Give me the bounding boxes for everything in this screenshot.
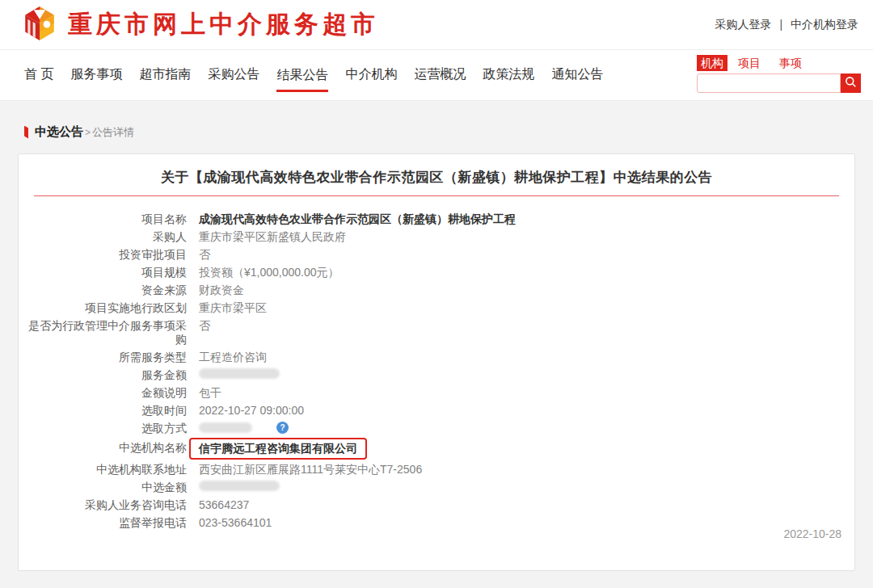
search-widget: 机构项目事项 bbox=[697, 57, 861, 93]
field-value: ? bbox=[199, 422, 289, 434]
breadcrumb-current: 公告详情 bbox=[92, 125, 134, 140]
breadcrumb-section[interactable]: 中选公告 bbox=[35, 124, 83, 140]
agency-login-link[interactable]: 中介机构登录 bbox=[791, 18, 858, 31]
search-tab-2[interactable]: 事项 bbox=[775, 55, 806, 71]
field-row: 采购人业务咨询电话53664237 bbox=[19, 496, 854, 514]
field-value-text: 2022-10-27 09:00:00 bbox=[199, 404, 304, 418]
field-label: 服务金额 bbox=[19, 368, 187, 382]
field-label: 项目实施地行政区划 bbox=[19, 301, 187, 315]
main-nav: 首 页服务事项超市指南采购公告结果公告中介机构运营概况政策法规通知公告 机构项目… bbox=[0, 50, 873, 101]
field-value-text: 否 bbox=[199, 319, 210, 333]
field-value-text: 否 bbox=[199, 248, 210, 262]
field-value bbox=[199, 368, 280, 379]
search-tab-0[interactable]: 机构 bbox=[697, 55, 728, 71]
field-value: 包干 bbox=[199, 386, 221, 400]
field-row: 中选机构名称信宇腾远工程咨询集团有限公司 bbox=[19, 437, 854, 460]
search-button[interactable] bbox=[841, 74, 861, 93]
field-value: 重庆市梁平区新盛镇人民政府 bbox=[199, 230, 346, 244]
field-value-text: 财政资金 bbox=[199, 284, 244, 297]
nav-item-0[interactable]: 首 页 bbox=[24, 66, 53, 85]
login-links: 采购人登录 | 中介机构登录 bbox=[715, 18, 858, 32]
field-value: 成渝现代高效特色农业带合作示范园区（新盛镇）耕地保护工程 bbox=[199, 212, 516, 226]
field-label: 采购人 bbox=[19, 230, 187, 244]
field-label: 资金来源 bbox=[19, 284, 187, 297]
nav-item-8[interactable]: 通知公告 bbox=[551, 66, 603, 85]
field-value-text: 西安曲江新区雁展路1111号莱安中心T7-2506 bbox=[199, 463, 422, 477]
redacted-value bbox=[199, 368, 280, 379]
field-label: 项目规模 bbox=[19, 266, 187, 279]
field-row: 监督举报电话023-53664101 bbox=[19, 514, 854, 531]
breadcrumb-tick-icon bbox=[24, 126, 28, 139]
help-icon[interactable]: ? bbox=[276, 422, 289, 434]
search-tab-1[interactable]: 项目 bbox=[734, 55, 765, 71]
field-row: 资金来源财政资金 bbox=[19, 281, 854, 299]
field-value: 工程造价咨询 bbox=[199, 351, 267, 364]
nav-item-3[interactable]: 采购公告 bbox=[208, 66, 259, 85]
announcement-title: 关于【成渝现代高效特色农业带合作示范园区（新盛镇）耕地保护工程】中选结果的公告 bbox=[19, 168, 854, 187]
field-row: 选取时间2022-10-27 09:00:00 bbox=[19, 401, 854, 419]
search-input[interactable] bbox=[697, 74, 841, 93]
field-value: 投资额（¥1,000,000.00元） bbox=[199, 266, 340, 279]
nav-item-7[interactable]: 政策法规 bbox=[483, 66, 534, 85]
publish-date: 2022-10-28 bbox=[783, 527, 841, 540]
field-value-text: 信宇腾远工程咨询集团有限公司 bbox=[199, 442, 357, 455]
field-label: 中选机构名称 bbox=[19, 441, 187, 455]
search-icon bbox=[845, 76, 857, 90]
announcement-fields: 项目名称成渝现代高效特色农业带合作示范园区（新盛镇）耕地保护工程采购人重庆市梁平… bbox=[19, 210, 854, 531]
field-label: 投资审批项目 bbox=[19, 248, 187, 262]
site-logo-icon[interactable] bbox=[23, 5, 57, 45]
login-divider: | bbox=[779, 18, 782, 31]
field-value-text: 成渝现代高效特色农业带合作示范园区（新盛镇）耕地保护工程 bbox=[199, 212, 516, 226]
field-value-text: 工程造价咨询 bbox=[199, 351, 267, 364]
field-row: 投资审批项目否 bbox=[19, 246, 854, 263]
field-label: 监督举报电话 bbox=[19, 516, 187, 530]
field-label: 金额说明 bbox=[19, 386, 187, 400]
field-label: 中选机构联系地址 bbox=[19, 463, 187, 477]
field-label: 采购人业务咨询电话 bbox=[19, 498, 187, 512]
field-row: 金额说明包干 bbox=[19, 384, 854, 401]
field-value-text: 023-53664101 bbox=[199, 516, 272, 530]
field-label: 中选金额 bbox=[19, 481, 187, 494]
field-row: 项目名称成渝现代高效特色农业带合作示范园区（新盛镇）耕地保护工程 bbox=[19, 210, 854, 228]
field-value-text: 重庆市梁平区 bbox=[199, 301, 267, 315]
field-label: 所需服务类型 bbox=[19, 351, 187, 364]
field-value: 西安曲江新区雁展路1111号莱安中心T7-2506 bbox=[199, 463, 422, 477]
field-value: 重庆市梁平区 bbox=[199, 301, 267, 315]
announcement-card: 关于【成渝现代高效特色农业带合作示范园区（新盛镇）耕地保护工程】中选结果的公告 … bbox=[18, 153, 855, 571]
field-value-text: 包干 bbox=[199, 386, 221, 400]
field-value: 否 bbox=[199, 248, 210, 262]
field-value-text: 重庆市梁平区新盛镇人民政府 bbox=[199, 230, 346, 244]
nav-item-4[interactable]: 结果公告 bbox=[276, 67, 328, 92]
field-row: 选取方式? bbox=[19, 419, 854, 437]
field-value: 否 bbox=[199, 319, 210, 333]
breadcrumb-separator: > bbox=[85, 127, 91, 138]
field-label: 项目名称 bbox=[19, 212, 187, 226]
nav-item-2[interactable]: 超市指南 bbox=[139, 66, 191, 85]
nav-item-6[interactable]: 运营概况 bbox=[414, 66, 466, 85]
field-row: 所需服务类型工程造价咨询 bbox=[19, 348, 854, 366]
field-value: 023-53664101 bbox=[199, 516, 272, 530]
field-value bbox=[199, 481, 280, 491]
title-underline bbox=[34, 195, 839, 196]
nav-item-1[interactable]: 服务事项 bbox=[70, 66, 122, 85]
field-row: 项目实施地行政区划重庆市梁平区 bbox=[19, 299, 854, 317]
nav-item-5[interactable]: 中介机构 bbox=[345, 66, 397, 85]
field-row: 服务金额 bbox=[19, 366, 854, 384]
field-value: 信宇腾远工程咨询集团有限公司 bbox=[199, 441, 367, 456]
field-row: 采购人重庆市梁平区新盛镇人民政府 bbox=[19, 228, 854, 246]
field-value: 财政资金 bbox=[199, 284, 244, 297]
search-tabs: 机构项目事项 bbox=[697, 57, 861, 71]
highlighted-value-box: 信宇腾远工程咨询集团有限公司 bbox=[189, 438, 367, 460]
field-label: 选取时间 bbox=[19, 404, 187, 418]
field-row: 中选金额 bbox=[19, 478, 854, 496]
field-value-text: 投资额（¥1,000,000.00元） bbox=[199, 266, 340, 279]
field-row: 是否为行政管理中介服务事项采购否 bbox=[19, 317, 854, 348]
field-row: 中选机构联系地址西安曲江新区雁展路1111号莱安中心T7-2506 bbox=[19, 460, 854, 478]
redacted-value bbox=[199, 422, 252, 433]
field-label: 选取方式 bbox=[19, 422, 187, 435]
redacted-value bbox=[199, 481, 280, 491]
field-value: 53664237 bbox=[199, 498, 249, 512]
purchaser-login-link[interactable]: 采购人登录 bbox=[715, 18, 772, 31]
site-header: 重庆市网上中介服务超市 采购人登录 | 中介机构登录 bbox=[0, 0, 873, 50]
field-row: 项目规模投资额（¥1,000,000.00元） bbox=[19, 263, 854, 281]
